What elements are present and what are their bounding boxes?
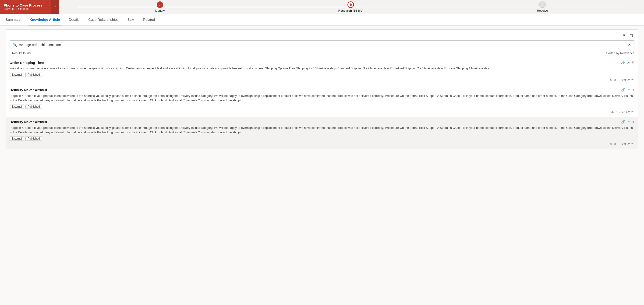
article-3-header: Delivery Never Arrived 🔗 ↗ ✉: [10, 120, 634, 124]
article-3-tag-published: Published: [26, 137, 42, 141]
process-collapse-button[interactable]: ‹: [51, 0, 59, 14]
article-3-link-icon[interactable]: 🔗: [621, 120, 626, 124]
sorted-by: Sorted by Relevance: [606, 51, 634, 55]
process-title: Phone to Case Process Active for 16 mont…: [0, 0, 51, 14]
process-steps: ✓ Identify Research (16 Mo) Resolve: [59, 1, 644, 12]
article-2-title: Delivery Never Arrived: [10, 88, 47, 92]
article-3-date: 12/30/2020: [620, 143, 634, 146]
article-1-tag-external: External: [10, 73, 24, 77]
article-2-header: Delivery Never Arrived 🔗 ↗ ✉: [10, 88, 634, 92]
step-research-label: Research (16 Mo): [338, 9, 364, 12]
article-2-body: Purpose & Scope If your product is not d…: [10, 94, 634, 103]
article-3-share-icon[interactable]: ↗: [627, 120, 630, 124]
step-identify-label: Identify: [155, 9, 165, 12]
tab-related[interactable]: Related: [142, 14, 156, 25]
step-resolve-label: Resolve: [537, 9, 548, 12]
article-3-body: Purpose & Scope If your product is not d…: [10, 126, 634, 135]
knowledge-article-panel: ▼ ⇅ 🔍 ✕ 6 Results found Sorted by Releva…: [6, 29, 638, 149]
results-count: 6 Results found: [10, 51, 30, 55]
article-2-footer: 👁 0 · 4/14/2020: [10, 111, 634, 114]
article-2-eye-icon: 👁: [611, 111, 614, 114]
step-research-circle: [348, 1, 354, 8]
article-1-tags: External Published: [10, 73, 634, 77]
search-input[interactable]: [19, 43, 628, 47]
article-1-actions: 🔗 ↗ ✉: [621, 60, 634, 65]
article-3-email-icon[interactable]: ✉: [632, 120, 634, 124]
article-2-tag-published: Published: [26, 105, 42, 109]
collapse-icon: ‹: [54, 5, 56, 9]
article-item: Order Shipping Time 🔗 ↗ ✉ We value custo…: [10, 58, 634, 85]
article-1-footer: 👁 0 · 12/30/2020: [10, 79, 634, 82]
process-name: Phone to Case Process: [4, 3, 48, 7]
article-3-title: Delivery Never Arrived: [10, 120, 47, 124]
article-3-eye-icon: 👁: [610, 143, 612, 146]
article-1-views: 0: [614, 79, 616, 82]
article-2-tags: External Published: [10, 105, 634, 109]
article-2-email-icon[interactable]: ✉: [632, 88, 634, 92]
tab-sla[interactable]: SLA: [126, 14, 135, 25]
process-line-filled: [78, 7, 361, 7]
process-subtitle: Active for 16 months: [4, 7, 48, 10]
tab-summary[interactable]: Summary: [5, 14, 22, 25]
results-meta: 6 Results found Sorted by Relevance: [10, 51, 634, 55]
nav-tabs: Summary Knowledge Article Details Case R…: [0, 14, 644, 26]
article-2-link-icon[interactable]: 🔗: [621, 88, 626, 92]
article-1-body: We value customer service above all else…: [10, 66, 634, 71]
article-3-actions: 🔗 ↗ ✉: [621, 120, 634, 124]
main-content: ▼ ⇅ 🔍 ✕ 6 Results found Sorted by Releva…: [0, 26, 644, 305]
article-3-tag-external: External: [10, 137, 24, 141]
article-item: Delivery Never Arrived 🔗 ↗ ✉ Purpose & S…: [10, 85, 634, 117]
step-identify-circle: ✓: [157, 1, 163, 8]
step-resolve[interactable]: Resolve: [537, 1, 548, 12]
article-3-views: 0: [614, 143, 616, 146]
article-2-views: 0: [616, 111, 618, 114]
step-identify[interactable]: ✓ Identify: [155, 1, 165, 12]
article-1-title: Order Shipping Time: [10, 61, 44, 65]
article-1-email-icon[interactable]: ✉: [632, 60, 634, 65]
article-item: Delivery Never Arrived 🔗 ↗ ✉ Purpose & S…: [6, 117, 638, 149]
tab-details[interactable]: Details: [68, 14, 80, 25]
search-bar: 🔍 ✕: [10, 40, 634, 49]
tab-knowledge-article[interactable]: Knowledge Article: [28, 14, 61, 25]
article-2-tag-external: External: [10, 105, 24, 109]
article-1-header: Order Shipping Time 🔗 ↗ ✉: [10, 60, 634, 65]
tab-case-relationships[interactable]: Case Relationships: [87, 14, 119, 25]
article-3-tags: External Published: [10, 137, 634, 141]
step-research[interactable]: Research (16 Mo): [338, 1, 364, 12]
article-1-date: 12/30/2020: [620, 79, 634, 82]
search-clear-button[interactable]: ✕: [628, 42, 632, 47]
article-1-eye-icon: 👁: [610, 79, 612, 82]
article-3-footer: 👁 0 · 12/30/2020: [10, 143, 634, 146]
article-2-actions: 🔗 ↗ ✉: [621, 88, 634, 92]
article-1-share-icon[interactable]: ↗: [627, 60, 630, 65]
ka-toolbar: ▼ ⇅: [10, 32, 634, 40]
process-bar: Phone to Case Process Active for 16 mont…: [0, 0, 644, 14]
sort-icon[interactable]: ⇅: [629, 32, 634, 38]
article-1-tag-published: Published: [26, 73, 42, 77]
search-icon: 🔍: [12, 43, 17, 47]
article-2-date: 4/14/2020: [622, 111, 634, 114]
step-resolve-circle: [539, 1, 546, 8]
article-1-link-icon[interactable]: 🔗: [621, 60, 626, 65]
article-2-share-icon[interactable]: ↗: [627, 88, 630, 92]
filter-icon[interactable]: ▼: [621, 33, 627, 38]
